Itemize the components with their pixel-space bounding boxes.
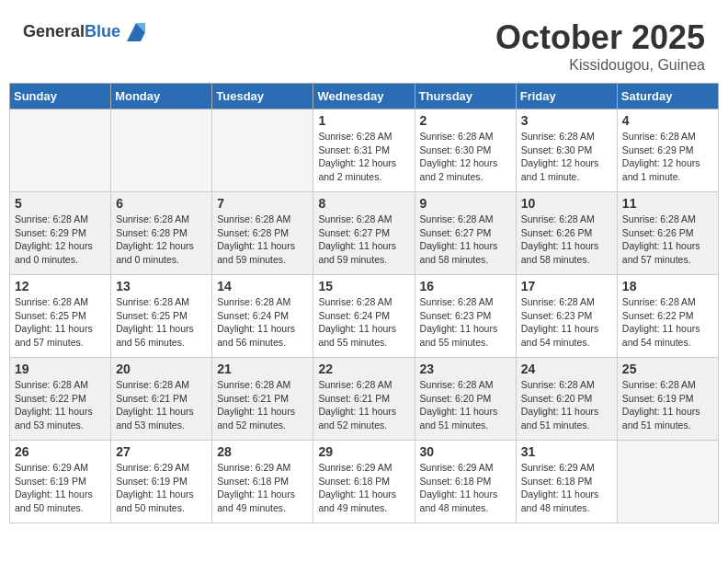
day-number: 4	[622, 113, 713, 128]
calendar-cell: 27Sunrise: 6:29 AMSunset: 6:19 PMDayligh…	[111, 441, 212, 523]
calendar-cell: 3Sunrise: 6:28 AMSunset: 6:30 PMDaylight…	[516, 109, 617, 192]
day-number: 16	[420, 279, 511, 293]
day-number: 22	[318, 362, 409, 376]
day-number: 9	[420, 196, 511, 211]
calendar-cell: 22Sunrise: 6:28 AMSunset: 6:21 PMDayligh…	[313, 358, 415, 441]
day-number: 6	[116, 196, 207, 211]
weekday-header-monday: Monday	[111, 84, 212, 109]
calendar-cell: 10Sunrise: 6:28 AMSunset: 6:26 PMDayligh…	[516, 192, 617, 275]
calendar-week-row: 19Sunrise: 6:28 AMSunset: 6:22 PMDayligh…	[10, 358, 719, 441]
calendar-cell: 29Sunrise: 6:29 AMSunset: 6:18 PMDayligh…	[313, 441, 415, 523]
day-info: Sunrise: 6:28 AMSunset: 6:31 PMDaylight:…	[318, 130, 409, 184]
calendar-cell: 30Sunrise: 6:29 AMSunset: 6:18 PMDayligh…	[415, 441, 516, 523]
day-number: 8	[318, 196, 409, 211]
logo: GeneralBlue	[23, 18, 150, 46]
weekday-header-tuesday: Tuesday	[212, 84, 313, 109]
day-info: Sunrise: 6:28 AMSunset: 6:26 PMDaylight:…	[521, 213, 612, 267]
calendar-cell: 14Sunrise: 6:28 AMSunset: 6:24 PMDayligh…	[212, 275, 313, 358]
calendar-cell: 28Sunrise: 6:29 AMSunset: 6:18 PMDayligh…	[212, 441, 313, 523]
day-info: Sunrise: 6:28 AMSunset: 6:22 PMDaylight:…	[15, 378, 106, 432]
day-info: Sunrise: 6:28 AMSunset: 6:21 PMDaylight:…	[217, 378, 308, 432]
day-number: 18	[622, 279, 713, 293]
calendar-cell: 11Sunrise: 6:28 AMSunset: 6:26 PMDayligh…	[617, 192, 718, 275]
day-info: Sunrise: 6:28 AMSunset: 6:28 PMDaylight:…	[217, 213, 308, 267]
day-info: Sunrise: 6:28 AMSunset: 6:28 PMDaylight:…	[116, 213, 207, 267]
day-number: 30	[420, 444, 511, 459]
calendar-cell: 1Sunrise: 6:28 AMSunset: 6:31 PMDaylight…	[313, 109, 415, 192]
day-info: Sunrise: 6:29 AMSunset: 6:18 PMDaylight:…	[217, 461, 308, 515]
day-number: 27	[116, 444, 207, 459]
day-number: 20	[116, 362, 207, 376]
day-number: 3	[521, 113, 612, 128]
calendar-cell: 4Sunrise: 6:28 AMSunset: 6:29 PMDaylight…	[617, 109, 718, 192]
calendar-cell: 7Sunrise: 6:28 AMSunset: 6:28 PMDaylight…	[212, 192, 313, 275]
day-number: 14	[217, 279, 308, 293]
weekday-header-wednesday: Wednesday	[313, 84, 415, 109]
day-info: Sunrise: 6:28 AMSunset: 6:19 PMDaylight:…	[622, 378, 713, 432]
logo-general-text: GeneralBlue	[23, 23, 120, 41]
day-info: Sunrise: 6:28 AMSunset: 6:30 PMDaylight:…	[521, 130, 612, 184]
day-number: 17	[521, 279, 612, 293]
day-number: 24	[521, 362, 612, 376]
calendar-cell: 21Sunrise: 6:28 AMSunset: 6:21 PMDayligh…	[212, 358, 313, 441]
calendar-cell: 24Sunrise: 6:28 AMSunset: 6:20 PMDayligh…	[516, 358, 617, 441]
day-number: 1	[318, 113, 409, 128]
day-info: Sunrise: 6:28 AMSunset: 6:20 PMDaylight:…	[521, 378, 612, 432]
day-number: 13	[116, 279, 207, 293]
day-number: 2	[420, 113, 511, 128]
calendar-cell: 16Sunrise: 6:28 AMSunset: 6:23 PMDayligh…	[415, 275, 516, 358]
weekday-header-sunday: Sunday	[10, 84, 111, 109]
day-info: Sunrise: 6:28 AMSunset: 6:27 PMDaylight:…	[420, 213, 511, 267]
page-header: GeneralBlue October 2025 Kissidougou, Gu…	[9, 9, 719, 78]
day-info: Sunrise: 6:28 AMSunset: 6:27 PMDaylight:…	[318, 213, 409, 267]
calendar-cell: 2Sunrise: 6:28 AMSunset: 6:30 PMDaylight…	[415, 109, 516, 192]
calendar-week-row: 26Sunrise: 6:29 AMSunset: 6:19 PMDayligh…	[10, 441, 719, 523]
calendar-cell: 15Sunrise: 6:28 AMSunset: 6:24 PMDayligh…	[313, 275, 415, 358]
day-info: Sunrise: 6:29 AMSunset: 6:18 PMDaylight:…	[318, 461, 409, 515]
calendar-cell	[10, 109, 111, 192]
day-number: 26	[15, 444, 106, 459]
weekday-header-friday: Friday	[516, 84, 617, 109]
day-info: Sunrise: 6:28 AMSunset: 6:23 PMDaylight:…	[521, 295, 612, 350]
weekday-header-saturday: Saturday	[617, 84, 718, 109]
calendar-cell	[617, 441, 718, 523]
day-info: Sunrise: 6:28 AMSunset: 6:29 PMDaylight:…	[15, 213, 106, 267]
day-number: 31	[521, 444, 612, 459]
calendar-cell: 25Sunrise: 6:28 AMSunset: 6:19 PMDayligh…	[617, 358, 718, 441]
day-info: Sunrise: 6:28 AMSunset: 6:24 PMDaylight:…	[318, 295, 409, 350]
weekday-header-row: SundayMondayTuesdayWednesdayThursdayFrid…	[10, 84, 719, 109]
month-title: October 2025	[495, 18, 705, 57]
calendar-cell: 18Sunrise: 6:28 AMSunset: 6:22 PMDayligh…	[617, 275, 718, 358]
day-info: Sunrise: 6:28 AMSunset: 6:21 PMDaylight:…	[318, 378, 409, 432]
calendar-cell: 26Sunrise: 6:29 AMSunset: 6:19 PMDayligh…	[10, 441, 111, 523]
calendar-cell: 13Sunrise: 6:28 AMSunset: 6:25 PMDayligh…	[111, 275, 212, 358]
day-number: 23	[420, 362, 511, 376]
calendar-cell: 9Sunrise: 6:28 AMSunset: 6:27 PMDaylight…	[415, 192, 516, 275]
day-number: 5	[15, 196, 106, 211]
day-info: Sunrise: 6:28 AMSunset: 6:26 PMDaylight:…	[622, 213, 713, 267]
day-info: Sunrise: 6:28 AMSunset: 6:30 PMDaylight:…	[420, 130, 511, 184]
day-info: Sunrise: 6:28 AMSunset: 6:21 PMDaylight:…	[116, 378, 207, 432]
day-info: Sunrise: 6:28 AMSunset: 6:22 PMDaylight:…	[622, 295, 713, 350]
day-number: 7	[217, 196, 308, 211]
weekday-header-thursday: Thursday	[415, 84, 516, 109]
day-info: Sunrise: 6:28 AMSunset: 6:25 PMDaylight:…	[116, 295, 207, 350]
day-info: Sunrise: 6:28 AMSunset: 6:23 PMDaylight:…	[420, 295, 511, 350]
title-block: October 2025 Kissidougou, Guinea	[495, 18, 705, 74]
calendar-table: SundayMondayTuesdayWednesdayThursdayFrid…	[9, 83, 719, 523]
day-number: 19	[15, 362, 106, 376]
day-info: Sunrise: 6:28 AMSunset: 6:29 PMDaylight:…	[622, 130, 713, 184]
day-info: Sunrise: 6:29 AMSunset: 6:19 PMDaylight:…	[116, 461, 207, 515]
calendar-cell: 19Sunrise: 6:28 AMSunset: 6:22 PMDayligh…	[10, 358, 111, 441]
calendar-cell	[111, 109, 212, 192]
day-info: Sunrise: 6:29 AMSunset: 6:19 PMDaylight:…	[15, 461, 106, 515]
day-info: Sunrise: 6:28 AMSunset: 6:20 PMDaylight:…	[420, 378, 511, 432]
calendar-cell: 23Sunrise: 6:28 AMSunset: 6:20 PMDayligh…	[415, 358, 516, 441]
day-info: Sunrise: 6:28 AMSunset: 6:25 PMDaylight:…	[15, 295, 106, 350]
day-number: 10	[521, 196, 612, 211]
calendar-cell: 6Sunrise: 6:28 AMSunset: 6:28 PMDaylight…	[111, 192, 212, 275]
day-info: Sunrise: 6:29 AMSunset: 6:18 PMDaylight:…	[521, 461, 612, 515]
logo-icon	[122, 18, 150, 46]
calendar-cell: 8Sunrise: 6:28 AMSunset: 6:27 PMDaylight…	[313, 192, 415, 275]
day-info: Sunrise: 6:29 AMSunset: 6:18 PMDaylight:…	[420, 461, 511, 515]
